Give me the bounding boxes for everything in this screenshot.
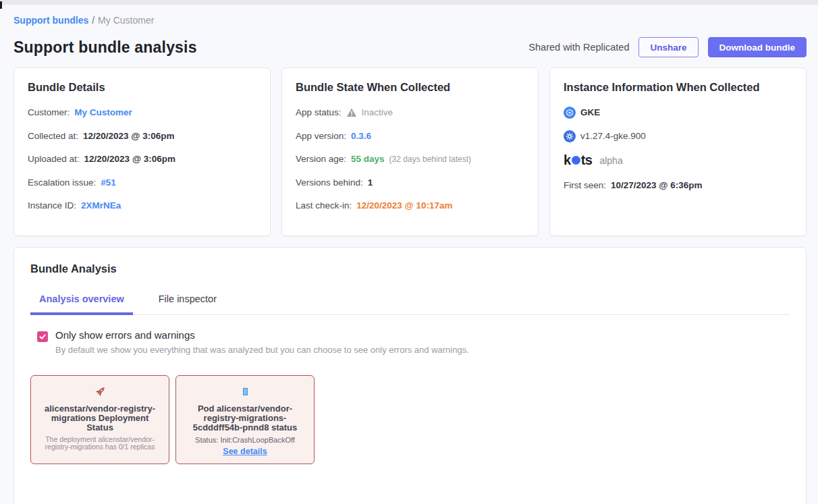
instance-id-label: Instance ID:: [28, 199, 76, 213]
filter-label[interactable]: Only show errors and warnings: [55, 329, 469, 341]
k8s-version-value: v1.27.4-gke.900: [580, 130, 646, 143]
breadcrumb-current: My Customer: [98, 15, 154, 26]
shared-status-text: Shared with Replicated: [528, 42, 629, 53]
distribution-value: GKE: [580, 106, 600, 119]
filter-text: Only show errors and warnings By default…: [55, 329, 469, 355]
bundle-state-title: Bundle State When Collected: [296, 81, 524, 94]
analysis-tabs: Analysis overview File inspector: [30, 293, 790, 315]
see-details-link[interactable]: See details: [223, 447, 267, 456]
instance-id-link[interactable]: 2XMrNEa: [81, 199, 121, 213]
version-age-note: (32 days behind latest): [389, 152, 471, 166]
bundle-details-title: Bundle Details: [28, 81, 256, 94]
app-version-label: App version:: [296, 130, 346, 143]
analyzer-card-pod-status: Pod alicenstar/vendor-registry-migration…: [175, 375, 315, 464]
analyzer-status-text: Status: Init:CrashLoopBackOff: [182, 436, 308, 444]
bundle-analysis-title: Bundle Analysis: [30, 262, 790, 275]
versions-behind-row: Versions behind: 1: [296, 176, 524, 190]
uploaded-at-row: Uploaded at: 12/20/2023 @ 3:06pm: [28, 152, 256, 166]
collected-at-label: Collected at:: [28, 130, 78, 143]
uploaded-at-label: Uploaded at:: [28, 152, 80, 166]
version-age-value: 55 days: [351, 152, 385, 166]
warning-triangle-icon: [346, 107, 357, 118]
app-version-row: App version: 0.3.6: [296, 130, 524, 143]
download-bundle-button[interactable]: Download bundle: [708, 37, 807, 57]
customer-row: Customer: My Customer: [28, 106, 256, 119]
last-checkin-label: Last check-in:: [296, 199, 352, 213]
uploaded-at-value: 12/20/2023 @ 3:06pm: [84, 152, 176, 166]
gke-icon: [564, 107, 576, 119]
last-checkin-row: Last check-in: 12/20/2023 @ 10:17am: [296, 199, 524, 213]
bundle-analysis-card: Bundle Analysis Analysis overview File i…: [13, 247, 807, 504]
kubernetes-icon: [564, 130, 576, 142]
instance-id-row: Instance ID: 2XMrNEa: [28, 199, 256, 213]
first-seen-label: First seen:: [564, 179, 606, 192]
breadcrumb-separator: /: [92, 15, 94, 26]
analyzer-card-deployment-status: alicenstar/vendor-registry-migrations De…: [30, 375, 169, 464]
app-status-row: App status: Inactive: [296, 106, 524, 119]
page-title: Support bundle analysis: [13, 38, 197, 57]
analyzer-title: Pod alicenstar/vendor-registry-migration…: [182, 404, 308, 432]
bundle-state-card: Bundle State When Collected App status: …: [281, 67, 539, 236]
kots-version-value: alpha: [599, 155, 622, 166]
app-status-label: App status:: [296, 106, 342, 119]
escalation-issue-row: Escalation issue: #51: [28, 176, 256, 190]
info-cards-row: Bundle Details Customer: My Customer Col…: [13, 67, 807, 236]
errors-warnings-checkbox[interactable]: [37, 331, 48, 342]
broken-image-icon: [182, 384, 308, 400]
bundle-details-card: Bundle Details Customer: My Customer Col…: [13, 67, 271, 236]
customer-label: Customer:: [28, 106, 70, 119]
support-bundle-analysis-page: Support bundles/My Customer Support bund…: [0, 5, 818, 504]
analyzer-message: The deployment alicenstar/vendor-registr…: [37, 436, 163, 451]
instance-info-title: Instance Information When Collected: [564, 81, 792, 94]
errors-warnings-filter: Only show errors and warnings By default…: [30, 329, 790, 355]
tab-analysis-overview[interactable]: Analysis overview: [30, 293, 133, 315]
app-status-value: Inactive: [362, 106, 393, 119]
header-actions: Shared with Replicated Unshare Download …: [528, 37, 807, 57]
last-checkin-value: 12/20/2023 @ 10:17am: [356, 199, 452, 213]
breadcrumb: Support bundles/My Customer: [13, 15, 807, 26]
unshare-button[interactable]: Unshare: [638, 37, 698, 57]
analyzer-title: alicenstar/vendor-registry-migrations De…: [37, 404, 163, 432]
kots-row: kts alpha: [564, 152, 792, 168]
escalation-issue-label: Escalation issue:: [28, 176, 96, 190]
k8s-version-row: v1.27.4-gke.900: [564, 130, 792, 143]
versions-behind-label: Versions behind:: [296, 176, 363, 190]
top-window-strip: [0, 0, 818, 5]
instance-info-card: Instance Information When Collected GKE …: [549, 67, 807, 236]
first-seen-value: 10/27/2023 @ 6:36pm: [611, 179, 703, 192]
rocket-icon: [37, 384, 163, 400]
kots-logo: kts: [564, 152, 592, 168]
distribution-row: GKE: [564, 106, 792, 119]
customer-link[interactable]: My Customer: [74, 106, 132, 119]
versions-behind-value: 1: [368, 176, 373, 190]
collected-at-value: 12/20/2023 @ 3:06pm: [83, 130, 175, 143]
first-seen-row: First seen: 10/27/2023 @ 6:36pm: [564, 179, 792, 192]
breadcrumb-support-bundles-link[interactable]: Support bundles: [13, 15, 88, 26]
collected-at-row: Collected at: 12/20/2023 @ 3:06pm: [28, 130, 256, 143]
app-version-link[interactable]: 0.3.6: [351, 130, 371, 143]
version-age-row: Version age: 55 days (32 days behind lat…: [296, 152, 524, 166]
tab-file-inspector[interactable]: File inspector: [150, 293, 225, 315]
page-header: Support bundle analysis Shared with Repl…: [13, 37, 807, 57]
version-age-label: Version age:: [296, 152, 346, 166]
escalation-issue-link[interactable]: #51: [101, 176, 116, 190]
filter-description: By default we show you everything that w…: [55, 345, 469, 355]
kots-logo-dot: [572, 156, 580, 165]
analyzer-results: alicenstar/vendor-registry-migrations De…: [30, 375, 790, 464]
